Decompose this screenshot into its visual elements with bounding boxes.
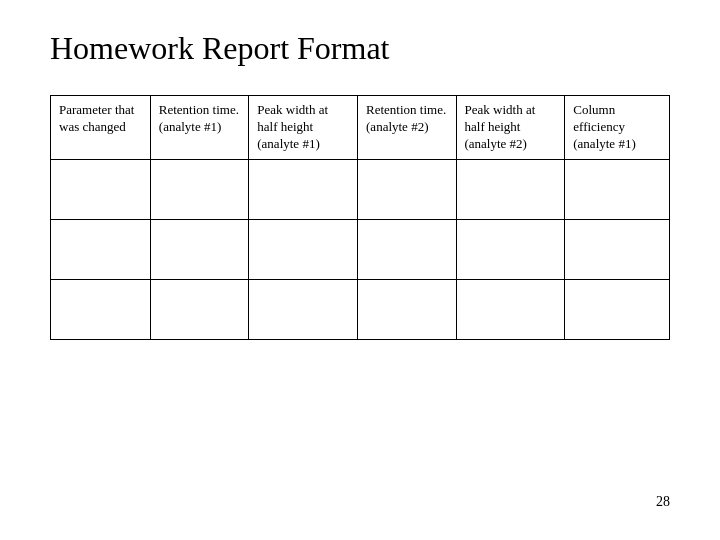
cell-2-2 bbox=[249, 279, 358, 339]
col-header-1: Retention time. (analyte #1) bbox=[150, 96, 248, 160]
table-row bbox=[51, 159, 670, 219]
cell-2-1 bbox=[150, 279, 248, 339]
cell-2-3 bbox=[358, 279, 456, 339]
report-table: Parameter that was changed Retention tim… bbox=[50, 95, 670, 340]
col-header-5: Column efficiency (analyte #1) bbox=[565, 96, 670, 160]
page-number: 28 bbox=[50, 494, 670, 510]
cell-0-3 bbox=[358, 159, 456, 219]
col-header-4: Peak width at half height (analyte #2) bbox=[456, 96, 565, 160]
cell-0-0 bbox=[51, 159, 151, 219]
cell-1-0 bbox=[51, 219, 151, 279]
cell-0-5 bbox=[565, 159, 670, 219]
col-header-0: Parameter that was changed bbox=[51, 96, 151, 160]
cell-1-3 bbox=[358, 219, 456, 279]
cell-1-1 bbox=[150, 219, 248, 279]
cell-1-5 bbox=[565, 219, 670, 279]
cell-0-4 bbox=[456, 159, 565, 219]
table-header-row: Parameter that was changed Retention tim… bbox=[51, 96, 670, 160]
cell-2-4 bbox=[456, 279, 565, 339]
table-row bbox=[51, 219, 670, 279]
table-wrapper: Parameter that was changed Retention tim… bbox=[50, 95, 670, 486]
page-title: Homework Report Format bbox=[50, 30, 670, 67]
cell-2-0 bbox=[51, 279, 151, 339]
cell-0-2 bbox=[249, 159, 358, 219]
col-header-2: Peak width at half height (analyte #1) bbox=[249, 96, 358, 160]
page-container: Homework Report Format Parameter that wa… bbox=[0, 0, 720, 540]
col-header-3: Retention time. (analyte #2) bbox=[358, 96, 456, 160]
cell-0-1 bbox=[150, 159, 248, 219]
cell-1-4 bbox=[456, 219, 565, 279]
cell-2-5 bbox=[565, 279, 670, 339]
cell-1-2 bbox=[249, 219, 358, 279]
table-row bbox=[51, 279, 670, 339]
